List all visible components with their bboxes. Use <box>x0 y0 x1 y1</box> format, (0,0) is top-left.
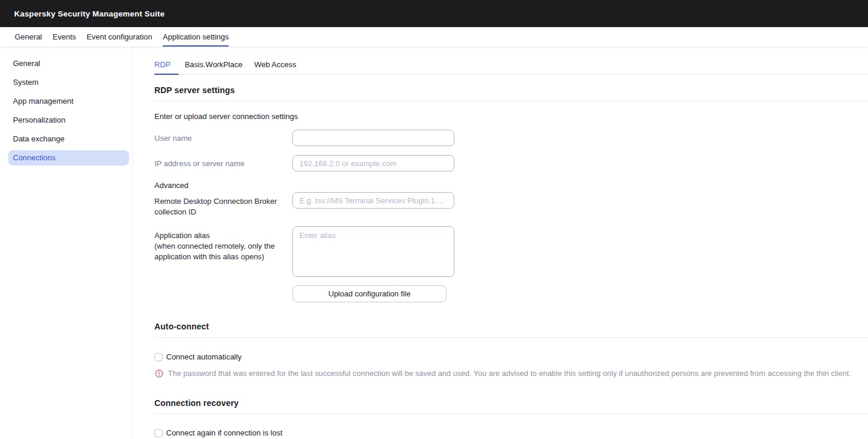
subtab-basis-workplace[interactable]: Basis.WorkPlace <box>179 56 248 74</box>
connect-automatically-checkbox[interactable] <box>154 353 163 361</box>
sidebar-item-system[interactable]: System <box>8 75 129 90</box>
advanced-label: Advanced <box>154 181 868 190</box>
connections-content: RDP Basis.WorkPlace Web Access RDP serve… <box>133 47 868 439</box>
broker-row: Remote Desktop Connection Broker collect… <box>154 192 868 217</box>
rdp-intro-text: Enter or upload server connection settin… <box>154 112 868 121</box>
connect-automatically-row: Connect automatically <box>154 352 868 361</box>
tab-event-configuration[interactable]: Event configuration <box>81 27 157 47</box>
password-warning-text: The password that was entered for the la… <box>168 369 851 378</box>
rdp-server-settings-title: RDP server settings <box>154 85 868 101</box>
subtab-web-access[interactable]: Web Access <box>248 56 302 74</box>
sidebar-item-general[interactable]: General <box>8 56 129 71</box>
server-row: IP address or server name <box>154 155 868 171</box>
alias-row: Application alias (when connected remote… <box>154 226 868 277</box>
app-title: Kaspersky Security Management Suite <box>14 9 164 18</box>
alias-label-note: (when connected remotely, only the appli… <box>154 241 278 262</box>
upload-row: Upload configuration file <box>154 285 868 302</box>
alias-label-text: Application alias <box>154 231 210 240</box>
subtab-rdp[interactable]: RDP <box>154 56 179 74</box>
warning-icon <box>155 369 163 378</box>
reconnect-row: Connect again if connection is lost <box>154 428 868 437</box>
tab-application-settings[interactable]: Application settings <box>157 27 234 47</box>
username-label: User name <box>154 130 292 146</box>
main-nav: General Events Event configuration Appli… <box>0 27 868 47</box>
broker-collection-input[interactable] <box>292 192 454 209</box>
username-input[interactable] <box>292 130 454 146</box>
connection-subtabs: RDP Basis.WorkPlace Web Access <box>154 56 868 75</box>
app-header: Kaspersky Security Management Suite <box>0 0 868 27</box>
application-alias-label: Application alias (when connected remote… <box>154 226 292 277</box>
sidebar-item-app-management[interactable]: App management <box>8 94 129 109</box>
auto-connect-title: Auto-connect <box>154 322 868 338</box>
reconnect-label: Connect again if connection is lost <box>166 428 282 437</box>
broker-collection-label: Remote Desktop Connection Broker collect… <box>154 192 292 217</box>
tab-general[interactable]: General <box>9 27 47 47</box>
connection-recovery-title: Connection recovery <box>154 398 868 414</box>
server-address-input[interactable] <box>292 155 454 171</box>
upload-spacer <box>154 285 292 302</box>
settings-sidebar: General System App management Personaliz… <box>0 47 133 439</box>
application-alias-textarea[interactable] <box>292 226 454 277</box>
sidebar-item-connections[interactable]: Connections <box>8 150 129 166</box>
connect-automatically-label: Connect automatically <box>166 352 242 361</box>
upload-configuration-button[interactable]: Upload configuration file <box>292 285 447 302</box>
server-label: IP address or server name <box>154 155 292 171</box>
page-body: General System App management Personaliz… <box>0 47 868 439</box>
password-warning: The password that was entered for the la… <box>154 369 868 378</box>
username-row: User name <box>154 130 868 146</box>
sidebar-item-data-exchange[interactable]: Data exchange <box>8 131 129 147</box>
reconnect-checkbox[interactable] <box>154 429 163 437</box>
sidebar-item-personalization[interactable]: Personalization <box>8 113 129 128</box>
tab-events[interactable]: Events <box>47 27 81 47</box>
